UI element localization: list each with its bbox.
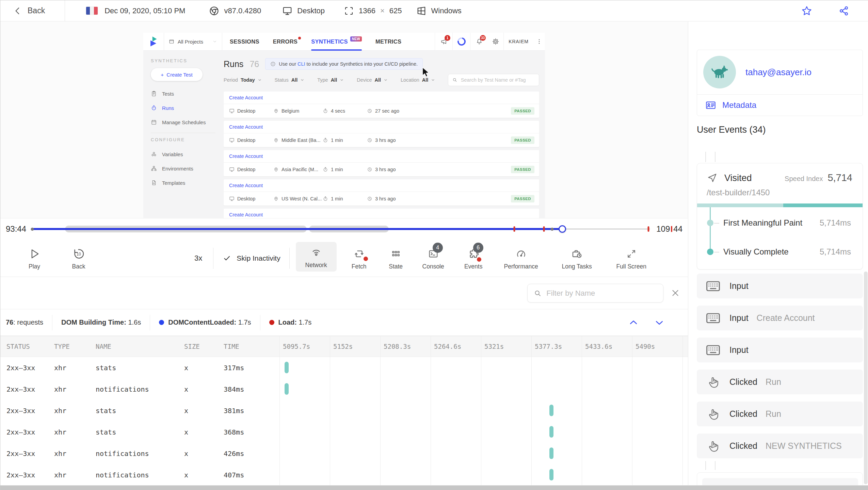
calendar-icon: [151, 119, 157, 125]
back-10s-button[interactable]: 10 Back: [65, 246, 92, 270]
events-alert-dot: [477, 257, 481, 262]
cli-link[interactable]: CLI: [298, 61, 305, 67]
user-event-card[interactable]: Input Create Account: [697, 306, 863, 330]
filter-by-name-input[interactable]: [546, 289, 657, 298]
share-button[interactable]: [838, 5, 849, 16]
settings-button[interactable]: [488, 33, 503, 51]
map-pin-icon: [273, 196, 279, 201]
keyboard-icon: [706, 281, 720, 292]
map-pin-icon: [273, 137, 279, 143]
run-card[interactable]: Create Account Desktop Middle East (Ba..…: [224, 121, 539, 147]
announcements-button[interactable]: 1: [435, 33, 452, 51]
notifications-button[interactable]: 33: [470, 33, 488, 51]
os-info: Windows: [416, 6, 462, 16]
timeline-track[interactable]: [32, 225, 650, 233]
back-button[interactable]: Back: [13, 6, 45, 15]
filter-dropdown[interactable]: StatusAll: [275, 77, 305, 83]
network-filter-box[interactable]: [527, 284, 663, 303]
visited-event-card[interactable]: Visited Speed Index 5,714 /test-builder/…: [697, 163, 863, 270]
user-event-card[interactable]: Clicked Run: [697, 402, 863, 426]
full-screen-button[interactable]: Full Screen: [608, 246, 655, 270]
filter-dropdown[interactable]: LocationAll: [401, 77, 435, 83]
network-request-row[interactable]: 2xx–3xx xhr notifications x 384ms: [0, 378, 688, 400]
sidebar-section-label: CONFIGURE: [151, 137, 215, 142]
console-count-badge: 4: [433, 243, 443, 253]
network-request-row[interactable]: 2xx–3xx xhr stats x 317ms: [0, 357, 688, 378]
network-panel: 76: requests DOM Building Time: 1.6s DOM…: [0, 277, 688, 485]
app-nav-tab[interactable]: SESSIONS: [230, 33, 259, 51]
fetch-panel-button[interactable]: Fetch: [345, 246, 373, 270]
next-request-button[interactable]: [654, 317, 665, 328]
performance-panel-button[interactable]: Performance: [497, 246, 545, 270]
network-panel-button[interactable]: Network: [296, 242, 337, 272]
run-name-link[interactable]: Create Account: [224, 121, 539, 133]
skip-inactivity-toggle[interactable]: Skip Inactivity: [223, 254, 280, 262]
run-name-link[interactable]: Create Account: [224, 150, 539, 163]
test-search-input[interactable]: [461, 77, 535, 83]
run-name-link[interactable]: Create Account: [224, 179, 539, 192]
user-event-card[interactable]: Clicked NEW SYNTHETICS: [697, 434, 863, 458]
user-event-card[interactable]: Input: [697, 338, 863, 362]
app-sidebar-item[interactable]: Templates: [151, 176, 215, 190]
events-panel-button[interactable]: 6 Events: [460, 246, 487, 270]
horizontal-scrollbar[interactable]: [0, 485, 868, 490]
visited-url: /test-builder/1450: [707, 188, 770, 197]
filter-dropdown[interactable]: DeviceAll: [357, 77, 388, 83]
rewind-10-icon: 10: [72, 247, 85, 260]
filter-dropdown[interactable]: PeriodToday: [224, 77, 262, 83]
app-nav-tab[interactable]: SYNTHETICSNEW: [311, 33, 362, 51]
user-event-card[interactable]: Input: [697, 274, 863, 298]
app-nav-tab[interactable]: ERRORS: [273, 33, 298, 51]
event-icon: [706, 408, 721, 420]
console-panel-button[interactable]: 4 Console: [420, 246, 447, 270]
metric-row: Visually Complete 5,714ms: [697, 245, 863, 259]
play-button[interactable]: Play: [21, 246, 48, 270]
create-test-button[interactable]: + Create Test: [151, 68, 203, 81]
chevron-down-icon: [384, 78, 388, 82]
user-event-card[interactable]: Clicked Run: [697, 370, 863, 394]
request-timing-bar: [549, 469, 553, 480]
app-search-box[interactable]: [448, 74, 539, 86]
project-selector[interactable]: All Projects: [164, 33, 222, 51]
filter-dropdown[interactable]: TypeAll: [317, 77, 344, 83]
asayer-logo-icon: [148, 36, 160, 47]
run-name-link[interactable]: Create Account: [224, 209, 539, 218]
app-nav-tab[interactable]: METRICS: [375, 33, 401, 51]
close-panel-button[interactable]: [670, 288, 680, 298]
network-request-row[interactable]: 2xx–3xx xhr notifications x 407ms: [0, 464, 688, 486]
run-card[interactable]: Create Account Desktop Asia Pacific (M..…: [224, 150, 539, 176]
network-request-row[interactable]: 2xx–3xx xhr stats x 381ms: [0, 400, 688, 421]
app-sidebar-item[interactable]: Environments: [151, 161, 215, 176]
more-menu[interactable]: [533, 33, 545, 51]
playhead-knob[interactable]: [559, 225, 566, 233]
metadata-button[interactable]: Metadata: [697, 95, 863, 116]
star-icon: [801, 5, 813, 17]
run-card[interactable]: Create Account Desktop Belgium 4 secs 27…: [224, 92, 539, 118]
run-card[interactable]: Create Account Desktop: [224, 209, 539, 218]
run-card[interactable]: Create Account Desktop US West (N. Cal..…: [224, 179, 539, 206]
status-badge: PASSED: [511, 166, 534, 173]
runs-filters: PeriodTodayStatusAllTypeAllDeviceAllLoca…: [224, 74, 539, 86]
prev-request-button[interactable]: [628, 317, 639, 328]
player-section: 93:44 10944 Play 10 Back 3x Skip Inactiv…: [0, 218, 688, 277]
network-icon: [310, 247, 322, 258]
app-sidebar-item[interactable]: Manage Schedules: [151, 115, 215, 129]
user-email-link[interactable]: tahay@asayer.io: [745, 67, 811, 78]
app-sidebar-item[interactable]: Variables: [151, 147, 215, 161]
long-tasks-panel-button[interactable]: Long Tasks: [553, 246, 601, 270]
session-replay-screen: Back Dec 09, 2020, 05:10 PM v87.0.4280 D…: [0, 0, 868, 490]
app-sidebar-item[interactable]: Runs: [151, 101, 215, 115]
network-request-row[interactable]: 2xx–3xx xhr stats x 368ms: [0, 421, 688, 443]
speed-button[interactable]: 3x: [194, 254, 202, 263]
app-sidebar-item[interactable]: Tests: [151, 86, 215, 101]
scrollbar-thumb[interactable]: [0, 486, 868, 490]
dom-building-time: DOM Building Time: 1.6s: [61, 318, 141, 326]
favorite-button[interactable]: [801, 5, 813, 17]
network-request-row[interactable]: 2xx–3xx xhr notifications x 426ms: [0, 443, 688, 464]
templates-icon: [151, 180, 157, 186]
sidebar-scrollbar[interactable]: [864, 272, 868, 484]
stopwatch-icon: [323, 196, 328, 201]
state-panel-button[interactable]: State: [382, 246, 409, 270]
user-menu[interactable]: KRAIEM: [503, 33, 533, 51]
run-name-link[interactable]: Create Account: [224, 92, 539, 104]
